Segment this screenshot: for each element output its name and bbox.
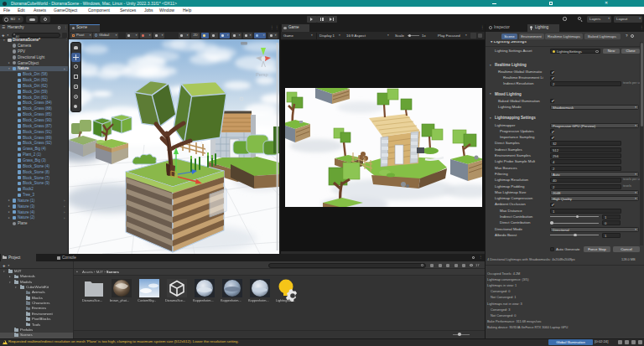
svg-text:Persp: Persp xyxy=(256,72,268,77)
